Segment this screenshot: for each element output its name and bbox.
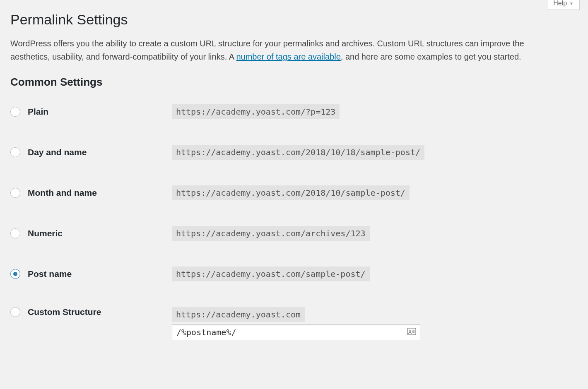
- radio-day-name[interactable]: [10, 147, 20, 157]
- radio-dot-icon: [13, 272, 17, 276]
- option-row-day-name: Day and name https://academy.yoast.com/2…: [10, 145, 578, 160]
- radio-custom[interactable]: [10, 307, 20, 317]
- tags-available-link[interactable]: number of tags are available: [236, 52, 340, 61]
- example-plain: https://academy.yoast.com/?p=123: [172, 104, 340, 119]
- help-label: Help: [553, 0, 567, 7]
- label-custom[interactable]: Custom Structure: [28, 307, 101, 317]
- caret-down-icon: ▼: [569, 1, 574, 6]
- help-tab[interactable]: Help ▼: [547, 0, 580, 10]
- option-row-post-name: Post name https://academy.yoast.com/samp…: [10, 267, 578, 281]
- radio-numeric[interactable]: [10, 228, 20, 238]
- custom-base-url: https://academy.yoast.com: [172, 307, 305, 322]
- label-post-name[interactable]: Post name: [28, 269, 72, 279]
- radio-plain[interactable]: [10, 107, 20, 117]
- label-day-name[interactable]: Day and name: [28, 147, 87, 157]
- option-row-month-name: Month and name https://academy.yoast.com…: [10, 185, 578, 200]
- example-numeric: https://academy.yoast.com/archives/123: [172, 226, 370, 241]
- intro-paragraph: WordPress offers you the ability to crea…: [10, 37, 557, 63]
- radio-post-name[interactable]: [10, 269, 20, 279]
- page-title: Permalink Settings: [10, 12, 578, 28]
- label-numeric[interactable]: Numeric: [28, 228, 63, 238]
- label-plain[interactable]: Plain: [28, 107, 48, 117]
- example-day-name: https://academy.yoast.com/2018/10/18/sam…: [172, 145, 424, 160]
- custom-structure-input[interactable]: [172, 324, 420, 340]
- radio-month-name[interactable]: [10, 188, 20, 198]
- example-month-name: https://academy.yoast.com/2018/10/sample…: [172, 185, 410, 200]
- option-row-plain: Plain https://academy.yoast.com/?p=123: [10, 104, 578, 119]
- example-post-name: https://academy.yoast.com/sample-post/: [172, 267, 370, 281]
- intro-text-after: , and here are some examples to get you …: [341, 52, 521, 61]
- option-row-numeric: Numeric https://academy.yoast.com/archiv…: [10, 226, 578, 241]
- common-settings-heading: Common Settings: [10, 76, 578, 89]
- option-row-custom: Custom Structure https://academy.yoast.c…: [10, 307, 578, 340]
- label-month-name[interactable]: Month and name: [28, 188, 97, 198]
